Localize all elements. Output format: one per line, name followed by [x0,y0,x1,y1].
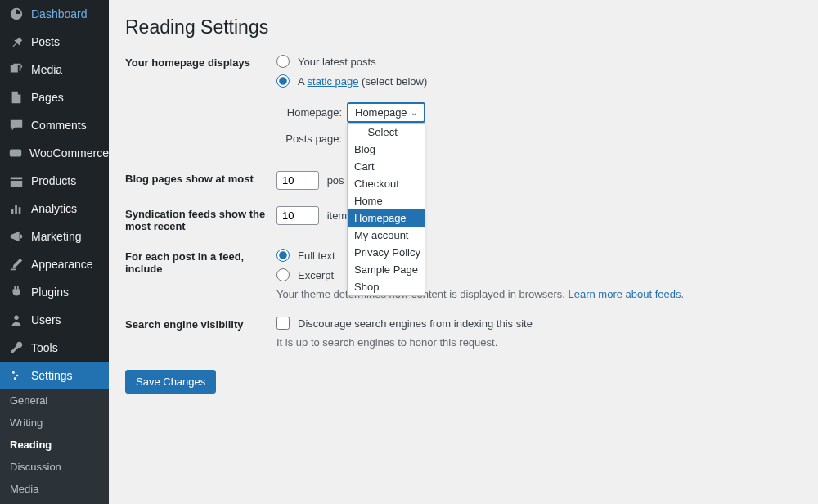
sidebar-item-dashboard[interactable]: Dashboard [0,0,109,28]
megaphone-icon [8,228,25,245]
page-icon [8,89,25,106]
search-description: It is up to search engines to honor this… [276,336,802,349]
sidebar-label: Posts [31,35,60,48]
analytics-icon [8,200,25,217]
radio-full-text-label: Full text [298,250,335,262]
main-content: Reading Settings Your homepage displays … [109,0,818,504]
svg-point-4 [14,377,16,380]
products-icon [8,173,25,189]
radio-full-text[interactable] [276,249,290,262]
radio-latest-posts[interactable] [276,55,290,68]
submenu-permalinks[interactable]: Permalinks [0,500,109,504]
chevron-down-icon: ⌄ [411,108,417,117]
sidebar-label: Plugins [31,286,69,299]
dropdown-option-homepage[interactable]: Homepage [348,209,425,227]
sidebar-label: Marketing [31,230,81,243]
dropdown-option-checkout[interactable]: Checkout [348,175,425,192]
sidebar-label: Pages [31,91,64,104]
sidebar-item-tools[interactable]: Tools [0,334,109,362]
plugin-icon [8,284,25,300]
radio-static-page[interactable] [276,74,290,88]
page-title: Reading Settings [125,16,802,38]
homepage-dropdown: — Select — Blog Cart Checkout Home Homep… [347,123,425,296]
admin-sidebar: Dashboard Posts Media Pages Comments Woo… [0,0,109,504]
settings-icon [8,367,25,384]
sidebar-item-users[interactable]: Users [0,306,109,334]
static-page-link[interactable]: static page [308,75,359,88]
blog-pages-unit: pos [327,174,344,187]
syndication-label: Syndication feeds show the most recent [125,206,276,232]
syndication-unit: item [327,209,348,222]
sidebar-label: WooCommerce [29,146,109,160]
dropdown-option-privacy[interactable]: Privacy Policy [348,244,425,261]
syndication-input[interactable] [276,206,319,225]
sidebar-item-woocommerce[interactable]: WooCommerce [0,139,109,167]
dropdown-option-home[interactable]: Home [348,192,425,209]
dropdown-option-shop[interactable]: Shop [348,278,425,295]
submenu-writing[interactable]: Writing [0,412,109,434]
sidebar-item-media[interactable]: Media [0,56,109,83]
sidebar-label: Products [31,174,76,187]
sidebar-item-settings[interactable]: Settings [0,362,109,389]
homepage-select[interactable]: Homepage ⌄ [347,102,425,123]
learn-more-feeds-link[interactable]: Learn more about feeds [568,288,681,300]
sidebar-label: Appearance [31,258,93,271]
sidebar-label: Tools [31,341,58,354]
sidebar-item-appearance[interactable]: Appearance [0,250,109,278]
blog-pages-label: Blog pages show at most [125,171,276,185]
sidebar-item-comments[interactable]: Comments [0,111,109,139]
sidebar-item-plugins[interactable]: Plugins [0,278,109,306]
radio-latest-posts-label: Your latest posts [298,56,376,68]
svg-point-3 [16,375,19,377]
discourage-search-label: Discourage search engines from indexing … [298,317,533,330]
wrench-icon [8,340,25,356]
sidebar-label: Settings [31,369,73,382]
settings-submenu: General Writing Reading Discussion Media… [0,389,109,504]
sidebar-label: Comments [31,119,87,132]
dashboard-icon [8,6,25,22]
sidebar-label: Analytics [31,202,77,215]
sidebar-item-marketing[interactable]: Marketing [0,223,109,250]
discourage-search-checkbox[interactable] [276,317,290,330]
sidebar-label: Dashboard [31,7,88,20]
dropdown-option-cart[interactable]: Cart [348,158,425,175]
feed-include-label: For each post in a feed, include [125,249,276,275]
homepage-select-label: Homepage: [276,106,342,119]
media-icon [8,61,25,78]
user-icon [8,312,25,328]
radio-static-page-label: A static page (select below) [298,75,427,88]
submenu-reading[interactable]: Reading [0,434,109,456]
radio-excerpt[interactable] [276,268,290,281]
sidebar-label: Media [31,63,62,76]
svg-point-1 [14,316,18,320]
dropdown-option-sample[interactable]: Sample Page [348,261,425,278]
homepage-select-value: Homepage [355,106,407,119]
svg-rect-0 [10,150,21,157]
submenu-general[interactable]: General [0,389,109,412]
homepage-displays-label: Your homepage displays [125,55,276,69]
pin-icon [8,34,25,50]
save-changes-button[interactable]: Save Changes [125,370,216,394]
submenu-discussion[interactable]: Discussion [0,456,109,478]
radio-excerpt-label: Excerpt [298,269,334,281]
brush-icon [8,256,25,272]
sidebar-item-posts[interactable]: Posts [0,28,109,56]
dropdown-option-blog[interactable]: Blog [348,141,425,158]
svg-point-2 [12,371,15,374]
submenu-media[interactable]: Media [0,478,109,500]
sidebar-item-pages[interactable]: Pages [0,83,109,111]
sidebar-item-analytics[interactable]: Analytics [0,195,109,223]
sidebar-item-products[interactable]: Products [0,167,109,195]
posts-page-select-label: Posts page: [276,133,342,145]
dropdown-option-myaccount[interactable]: My account [348,227,425,244]
comment-icon [8,117,25,133]
blog-pages-input[interactable] [276,171,319,190]
dropdown-option-select[interactable]: — Select — [348,124,425,141]
woocommerce-icon [8,145,23,161]
sidebar-label: Users [31,313,61,326]
search-visibility-label: Search engine visibility [125,317,276,331]
